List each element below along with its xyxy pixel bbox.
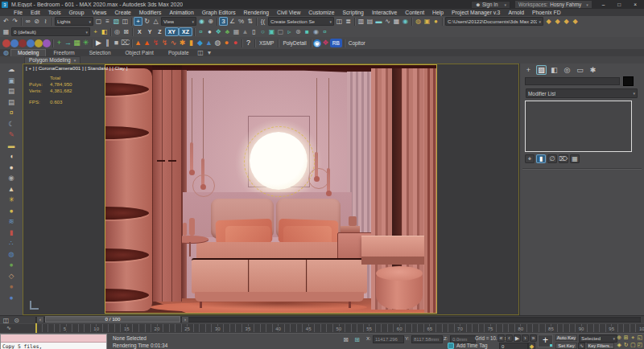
- edit-named-selection-sets-icon[interactable]: {(: [258, 17, 267, 26]
- sim-ball-icon[interactable]: ●: [231, 39, 240, 47]
- menu-help[interactable]: Help: [428, 9, 448, 16]
- time-slider-thumb[interactable]: 0 / 100: [45, 316, 180, 322]
- add-time-tag[interactable]: Add Time Tag: [448, 343, 487, 349]
- set-key-button[interactable]: Set Key: [555, 343, 577, 349]
- angle-snap-toggle-icon[interactable]: ∠: [228, 17, 237, 26]
- script-red-icon[interactable]: [2, 39, 10, 47]
- sun-icon[interactable]: ✳: [7, 195, 16, 204]
- undo-icon[interactable]: ↶: [2, 17, 10, 26]
- menu-project-manager[interactable]: Project Manager v.3: [448, 9, 504, 16]
- zoom-region-icon[interactable]: ◱: [637, 334, 644, 341]
- help-icon[interactable]: ?: [244, 39, 253, 47]
- toggle-scene-explorer-icon[interactable]: ▥: [357, 17, 365, 26]
- layer-list[interactable]: 0 (default)▾: [11, 27, 90, 36]
- sphere-blue-icon[interactable]: ●: [7, 294, 16, 302]
- current-frame-field[interactable]: 0: [499, 343, 528, 349]
- previous-frame-arrow[interactable]: ‹: [37, 317, 43, 322]
- sphere-cream-icon[interactable]: ●: [7, 163, 16, 172]
- hierarchy-tab-icon[interactable]: ◧: [549, 65, 559, 75]
- camera-viewport[interactable]: [105, 64, 437, 314]
- utilities-tab-icon[interactable]: ✱: [588, 65, 598, 75]
- script-blue-icon[interactable]: [10, 39, 19, 47]
- menu-content[interactable]: Content: [401, 9, 428, 16]
- select-and-rotate-icon[interactable]: ↻: [142, 17, 151, 26]
- lamp-icon[interactable]: ¤: [7, 109, 16, 117]
- eye-icon[interactable]: ◉: [7, 174, 16, 183]
- motion-tab-icon[interactable]: ◎: [562, 65, 572, 75]
- menu-modifiers[interactable]: Modifiers: [135, 9, 166, 16]
- asset-tracking-2-icon[interactable]: ◆: [553, 17, 562, 26]
- render-production-icon[interactable]: ●: [431, 17, 440, 26]
- forest-tool-icon[interactable]: ♣: [223, 27, 232, 36]
- dome-icon[interactable]: ◖: [7, 152, 16, 161]
- play-animation-icon[interactable]: ▶: [514, 335, 521, 342]
- script-olive-icon[interactable]: [35, 39, 43, 47]
- phoenix-wave-icon[interactable]: ∿: [169, 39, 178, 47]
- close-button[interactable]: ×: [631, 0, 639, 9]
- redo-icon[interactable]: ↷: [10, 17, 19, 26]
- orbit-icon[interactable]: ↻: [623, 341, 630, 348]
- photo-tool-icon[interactable]: ▣: [267, 27, 276, 36]
- script-maroon-icon[interactable]: [19, 39, 27, 47]
- phoenix-fire-1-icon[interactable]: ▲: [134, 39, 142, 47]
- x-coordinate-field[interactable]: 11417.296: [373, 335, 404, 343]
- polydetail-button[interactable]: PolyDetail: [280, 39, 308, 47]
- list-a-icon[interactable]: ▤: [7, 87, 16, 96]
- lock-selection-icon[interactable]: ⊠: [122, 27, 130, 36]
- tab-populate[interactable]: Populate: [161, 49, 196, 56]
- menu-civil-view[interactable]: Civil View: [273, 9, 304, 16]
- mini-curve-editor-icon[interactable]: ∿: [6, 325, 11, 331]
- spike-tool-icon[interactable]: ▲: [241, 27, 250, 36]
- capsule-red-icon[interactable]: ▮: [7, 228, 16, 237]
- maximize-viewport-icon[interactable]: ▢: [630, 341, 637, 348]
- script-purple-icon[interactable]: [43, 39, 51, 47]
- viewport-area[interactable]: [ + ] [ CoronaCamera001 ] [ Standard ] […: [23, 64, 519, 315]
- image-board-icon[interactable]: ▣: [7, 76, 16, 85]
- listener-pane[interactable]: Copy 5 files,: [1, 343, 106, 349]
- polygon-modeling-panel-button[interactable]: Polygon Modeling ▾: [24, 56, 80, 64]
- select-and-move-icon[interactable]: +: [134, 17, 142, 26]
- project-folder[interactable]: C:\Users\20122\Documents\3ds Max 2020▾: [445, 17, 543, 26]
- selection-filter[interactable]: Lights▾: [55, 17, 93, 26]
- phoenix-zap-2-icon[interactable]: ↯: [160, 39, 169, 47]
- menu-customize[interactable]: Customize: [304, 9, 338, 16]
- phoenix-candle-icon[interactable]: ▮: [187, 39, 196, 47]
- list-b-icon[interactable]: ▤: [7, 98, 16, 107]
- cloud-icon[interactable]: ☁: [7, 65, 16, 74]
- remove-modifier-icon[interactable]: ⌦: [559, 154, 568, 163]
- sphere-green-icon[interactable]: ●: [7, 261, 16, 269]
- show-end-result-icon[interactable]: ▮: [536, 154, 546, 163]
- menu-arnold[interactable]: Arnold: [504, 9, 528, 16]
- isolate-selection-icon[interactable]: ◎: [113, 27, 122, 36]
- auto-key-button[interactable]: Auto Key: [555, 335, 577, 341]
- modifier-stack[interactable]: [525, 101, 632, 152]
- region-tool-icon[interactable]: ▢: [276, 27, 285, 36]
- modify-tab-icon[interactable]: ▨: [536, 65, 547, 75]
- zoom-extents-icon[interactable]: ⌖: [630, 334, 637, 341]
- absolute-offset-toggle-icon[interactable]: ⊞: [353, 335, 361, 344]
- bind-to-space-warp-icon[interactable]: ≀: [41, 17, 50, 26]
- reference-coordinate-system[interactable]: View▾: [161, 17, 196, 26]
- dot-marker-icon[interactable]: ●: [205, 27, 214, 36]
- square-teal-icon[interactable]: ■: [303, 27, 312, 36]
- viewport-layout-icon[interactable]: ◰: [637, 341, 644, 348]
- tab-object-paint[interactable]: Object Paint: [118, 49, 161, 56]
- bulb-tool-icon[interactable]: ¤: [320, 27, 329, 36]
- pin-stack-icon[interactable]: ⌖: [525, 154, 535, 163]
- modifier-list-dropdown[interactable]: Modifier List ▾: [526, 88, 638, 98]
- default-in-out-tangents-icon[interactable]: ∿: [578, 343, 585, 349]
- unlink-selection-icon[interactable]: ⊘: [32, 17, 41, 26]
- brush-icon[interactable]: ✎: [7, 130, 16, 139]
- pan-icon[interactable]: ◈: [616, 341, 623, 348]
- toggle-layer-explorer-icon[interactable]: ▤: [365, 17, 374, 26]
- stop-icon[interactable]: ■: [112, 39, 121, 47]
- phoenix-fire-2-icon[interactable]: ▲: [142, 39, 151, 47]
- axis-xy-button[interactable]: XY: [165, 27, 179, 36]
- play-teal-icon[interactable]: ▹: [285, 27, 294, 36]
- cone-icon[interactable]: ▲: [7, 185, 16, 194]
- select-by-name-icon[interactable]: ≡: [103, 17, 112, 26]
- selection-region-icon[interactable]: ▧: [112, 17, 121, 26]
- window-tool-icon[interactable]: ▦: [232, 27, 241, 36]
- selection-lock-icon[interactable]: ⊠: [341, 335, 350, 344]
- menu-group[interactable]: Group: [65, 9, 89, 16]
